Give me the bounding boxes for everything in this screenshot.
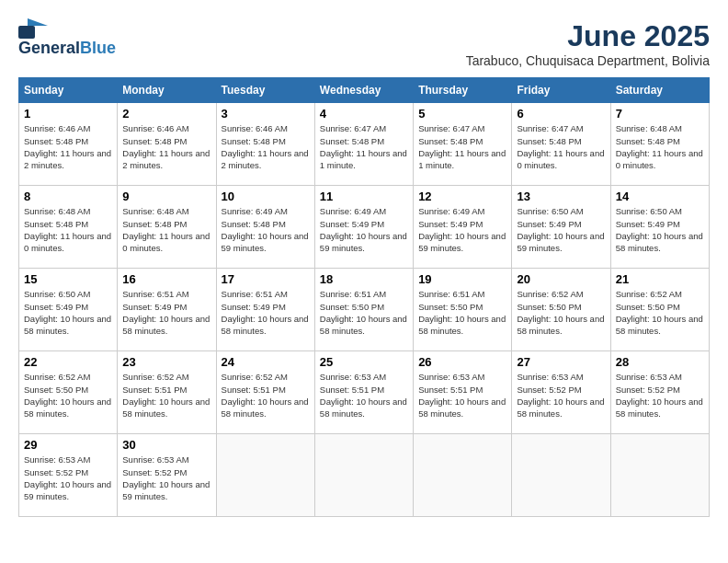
day-info: Sunrise: 6:50 AMSunset: 5:49 PMDaylight:… [517, 205, 605, 254]
day-info: Sunrise: 6:53 AMSunset: 5:52 PMDaylight:… [122, 454, 210, 502]
day-info: Sunrise: 6:49 AMSunset: 5:49 PMDaylight:… [320, 205, 408, 254]
logo: General Blue [18, 18, 116, 58]
calendar-cell [512, 434, 610, 517]
calendar-cell: 1Sunrise: 6:46 AMSunset: 5:48 PMDaylight… [19, 103, 118, 186]
title-area: June 2025 Tarabuco, Chuquisaca Departmen… [466, 18, 710, 68]
day-info: Sunrise: 6:52 AMSunset: 5:50 PMDaylight:… [616, 288, 704, 337]
calendar-cell: 13Sunrise: 6:50 AMSunset: 5:49 PMDayligh… [512, 186, 610, 269]
calendar-cell: 9Sunrise: 6:48 AMSunset: 5:48 PMDaylight… [118, 186, 216, 269]
weekday-header-row: SundayMondayTuesdayWednesdayThursdayFrid… [19, 78, 710, 103]
calendar-cell: 7Sunrise: 6:48 AMSunset: 5:48 PMDaylight… [610, 103, 709, 186]
day-number: 2 [122, 107, 210, 121]
month-title: June 2025 [466, 18, 710, 53]
day-number: 1 [24, 107, 112, 121]
day-info: Sunrise: 6:50 AMSunset: 5:49 PMDaylight:… [616, 205, 704, 254]
day-info: Sunrise: 6:51 AMSunset: 5:50 PMDaylight:… [418, 288, 506, 337]
day-info: Sunrise: 6:49 AMSunset: 5:48 PMDaylight:… [222, 205, 310, 254]
day-number: 6 [517, 107, 605, 121]
calendar-cell: 18Sunrise: 6:51 AMSunset: 5:50 PMDayligh… [314, 269, 413, 351]
calendar-week-row: 15Sunrise: 6:50 AMSunset: 5:49 PMDayligh… [19, 269, 710, 351]
day-info: Sunrise: 6:50 AMSunset: 5:49 PMDaylight:… [24, 288, 112, 337]
day-info: Sunrise: 6:46 AMSunset: 5:48 PMDaylight:… [222, 122, 310, 171]
calendar-cell: 19Sunrise: 6:51 AMSunset: 5:50 PMDayligh… [414, 269, 512, 351]
svg-marker-1 [28, 18, 48, 26]
day-number: 3 [222, 107, 310, 121]
day-info: Sunrise: 6:52 AMSunset: 5:50 PMDaylight:… [517, 288, 605, 337]
day-info: Sunrise: 6:47 AMSunset: 5:48 PMDaylight:… [517, 122, 605, 171]
calendar-cell: 2Sunrise: 6:46 AMSunset: 5:48 PMDaylight… [118, 103, 216, 186]
calendar-cell [610, 434, 709, 517]
calendar-cell: 23Sunrise: 6:52 AMSunset: 5:51 PMDayligh… [118, 351, 216, 434]
day-info: Sunrise: 6:53 AMSunset: 5:52 PMDaylight:… [517, 371, 605, 419]
day-number: 18 [320, 272, 408, 286]
day-number: 16 [122, 272, 210, 286]
calendar-cell: 15Sunrise: 6:50 AMSunset: 5:49 PMDayligh… [19, 269, 118, 351]
calendar-cell: 11Sunrise: 6:49 AMSunset: 5:49 PMDayligh… [314, 186, 413, 269]
day-info: Sunrise: 6:46 AMSunset: 5:48 PMDaylight:… [122, 122, 210, 171]
calendar-cell: 25Sunrise: 6:53 AMSunset: 5:51 PMDayligh… [314, 351, 413, 434]
day-info: Sunrise: 6:48 AMSunset: 5:48 PMDaylight:… [122, 205, 210, 254]
day-info: Sunrise: 6:47 AMSunset: 5:48 PMDaylight:… [320, 122, 408, 171]
calendar-table: SundayMondayTuesdayWednesdayThursdayFrid… [18, 77, 710, 517]
page-header: General Blue June 2025 Tarabuco, Chuquis… [18, 18, 710, 68]
calendar-cell: 24Sunrise: 6:52 AMSunset: 5:51 PMDayligh… [216, 351, 314, 434]
weekday-header-tuesday: Tuesday [216, 78, 314, 103]
day-number: 4 [320, 107, 408, 121]
weekday-header-sunday: Sunday [19, 78, 118, 103]
day-number: 29 [24, 438, 112, 452]
calendar-cell: 3Sunrise: 6:46 AMSunset: 5:48 PMDaylight… [216, 103, 314, 186]
calendar-cell [414, 434, 512, 517]
day-info: Sunrise: 6:46 AMSunset: 5:48 PMDaylight:… [24, 122, 112, 171]
day-number: 13 [517, 190, 605, 203]
day-number: 20 [517, 272, 605, 286]
day-info: Sunrise: 6:53 AMSunset: 5:51 PMDaylight:… [418, 371, 506, 419]
weekday-header-friday: Friday [512, 78, 610, 103]
day-number: 25 [320, 355, 408, 369]
day-number: 22 [24, 355, 112, 369]
weekday-header-saturday: Saturday [610, 78, 709, 103]
day-number: 21 [616, 272, 704, 286]
day-info: Sunrise: 6:47 AMSunset: 5:48 PMDaylight:… [418, 122, 506, 171]
calendar-cell: 4Sunrise: 6:47 AMSunset: 5:48 PMDaylight… [314, 103, 413, 186]
day-number: 10 [222, 190, 310, 203]
calendar-cell: 27Sunrise: 6:53 AMSunset: 5:52 PMDayligh… [512, 351, 610, 434]
day-info: Sunrise: 6:51 AMSunset: 5:49 PMDaylight:… [222, 288, 310, 337]
day-info: Sunrise: 6:52 AMSunset: 5:51 PMDaylight:… [122, 371, 210, 419]
calendar-cell [216, 434, 314, 517]
calendar-cell: 10Sunrise: 6:49 AMSunset: 5:48 PMDayligh… [216, 186, 314, 269]
weekday-header-thursday: Thursday [414, 78, 512, 103]
day-number: 14 [616, 190, 704, 203]
day-info: Sunrise: 6:48 AMSunset: 5:48 PMDaylight:… [24, 205, 112, 254]
day-number: 5 [418, 107, 506, 121]
day-number: 19 [418, 272, 506, 286]
day-info: Sunrise: 6:49 AMSunset: 5:49 PMDaylight:… [418, 205, 506, 254]
day-info: Sunrise: 6:51 AMSunset: 5:50 PMDaylight:… [320, 288, 408, 337]
calendar-week-row: 22Sunrise: 6:52 AMSunset: 5:50 PMDayligh… [19, 351, 710, 434]
day-info: Sunrise: 6:52 AMSunset: 5:51 PMDaylight:… [222, 371, 310, 419]
location-title: Tarabuco, Chuquisaca Department, Bolivia [466, 53, 710, 68]
svg-rect-0 [18, 26, 35, 39]
calendar-cell: 26Sunrise: 6:53 AMSunset: 5:51 PMDayligh… [414, 351, 512, 434]
calendar-cell: 16Sunrise: 6:51 AMSunset: 5:49 PMDayligh… [118, 269, 216, 351]
day-number: 28 [616, 355, 704, 369]
day-number: 9 [122, 190, 210, 203]
calendar-cell: 30Sunrise: 6:53 AMSunset: 5:52 PMDayligh… [118, 434, 216, 517]
day-info: Sunrise: 6:48 AMSunset: 5:48 PMDaylight:… [616, 122, 704, 171]
calendar-cell [314, 434, 413, 517]
day-info: Sunrise: 6:53 AMSunset: 5:52 PMDaylight:… [24, 454, 112, 502]
day-info: Sunrise: 6:53 AMSunset: 5:51 PMDaylight:… [320, 371, 408, 419]
day-number: 12 [418, 190, 506, 203]
calendar-cell: 21Sunrise: 6:52 AMSunset: 5:50 PMDayligh… [610, 269, 709, 351]
calendar-cell: 14Sunrise: 6:50 AMSunset: 5:49 PMDayligh… [610, 186, 709, 269]
calendar-cell: 22Sunrise: 6:52 AMSunset: 5:50 PMDayligh… [19, 351, 118, 434]
day-info: Sunrise: 6:51 AMSunset: 5:49 PMDaylight:… [122, 288, 210, 337]
logo-icon [18, 18, 48, 39]
calendar-cell: 12Sunrise: 6:49 AMSunset: 5:49 PMDayligh… [414, 186, 512, 269]
calendar-cell: 8Sunrise: 6:48 AMSunset: 5:48 PMDaylight… [19, 186, 118, 269]
calendar-cell: 5Sunrise: 6:47 AMSunset: 5:48 PMDaylight… [414, 103, 512, 186]
day-number: 17 [222, 272, 310, 286]
day-number: 15 [24, 272, 112, 286]
calendar-week-row: 29Sunrise: 6:53 AMSunset: 5:52 PMDayligh… [19, 434, 710, 517]
calendar-week-row: 8Sunrise: 6:48 AMSunset: 5:48 PMDaylight… [19, 186, 710, 269]
logo-general: General [18, 39, 80, 58]
